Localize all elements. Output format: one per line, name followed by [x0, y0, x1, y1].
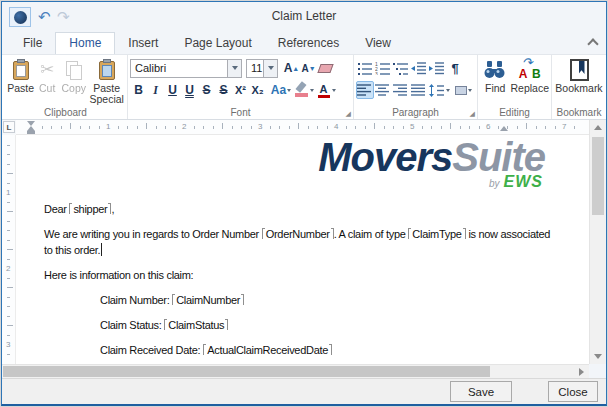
double-strikethrough-button[interactable]: S: [215, 81, 232, 99]
numbering-button[interactable]: 123: [374, 59, 392, 77]
document-paragraph[interactable]: Claim Number: ClaimNumber: [44, 292, 589, 308]
align-left-button[interactable]: [356, 81, 374, 99]
font-dialog-launcher[interactable]: ◢: [346, 110, 351, 117]
ruler-tick: [194, 126, 195, 129]
save-button[interactable]: Save: [450, 381, 512, 402]
font-color-button[interactable]: A: [315, 81, 337, 99]
tab-insert[interactable]: Insert: [115, 33, 171, 54]
indent-marker[interactable]: [27, 131, 35, 134]
italic-button[interactable]: I: [147, 81, 164, 99]
ruler-tick: [7, 173, 13, 174]
decrease-indent-button[interactable]: [410, 59, 428, 77]
vertical-scroll-thumb[interactable]: [592, 137, 604, 215]
find-button[interactable]: Find: [480, 57, 510, 105]
font-name-dropdown-icon[interactable]: [227, 60, 241, 77]
ruler-tick: [7, 230, 10, 231]
underline-button[interactable]: U: [164, 81, 181, 99]
text-caret: [101, 243, 102, 256]
horizontal-scrollbar[interactable]: [2, 364, 589, 378]
shrink-font-button[interactable]: A▼: [300, 59, 317, 77]
ruler-tick: [7, 240, 10, 241]
logo-movers-text: Movers: [318, 135, 452, 179]
tab-stop-selector[interactable]: L: [3, 121, 15, 133]
font-color-icon: A: [317, 82, 331, 98]
document-paragraph[interactable]: Claim Received Date: ActualClaimReceived…: [44, 342, 589, 358]
tab-home[interactable]: Home: [55, 32, 115, 54]
find-label: Find: [485, 83, 505, 94]
scroll-right-button[interactable]: [574, 365, 589, 378]
line-spacing-button[interactable]: [427, 81, 451, 99]
paste-button[interactable]: Paste: [6, 57, 35, 105]
ruler-tick: [270, 126, 271, 129]
merge-field-bracket: [225, 319, 228, 330]
font-size-dropdown-icon[interactable]: [263, 60, 277, 77]
change-case-button[interactable]: Aa: [269, 81, 293, 99]
merge-field[interactable]: shipper: [73, 203, 107, 215]
collapse-ribbon-button[interactable]: [588, 38, 598, 46]
bold-button[interactable]: B: [130, 81, 147, 99]
ruler-tick: [7, 297, 10, 298]
tab-page-layout[interactable]: Page Layout: [171, 33, 264, 54]
grow-font-button[interactable]: A▲: [283, 59, 300, 77]
merge-field[interactable]: ClaimNumber: [176, 294, 240, 306]
merge-field[interactable]: OrderNumber: [266, 228, 330, 240]
font-name-combo[interactable]: Calibri: [130, 59, 242, 78]
indent-marker[interactable]: [500, 126, 508, 131]
decrease-indent-icon: [411, 62, 427, 75]
ruler-tick: [213, 126, 214, 129]
logo-byline: byEWS: [16, 175, 589, 191]
highlight-color-button[interactable]: [293, 81, 315, 99]
superscript-button[interactable]: X²: [232, 81, 249, 99]
scroll-down-icon: [594, 354, 602, 359]
increase-indent-button[interactable]: [428, 59, 446, 77]
ruler-tick: [146, 123, 147, 129]
ribbon: Paste ✂ Cut Copy Paste Special Clipboard: [2, 54, 606, 120]
show-paragraph-marks-button[interactable]: ¶: [446, 59, 464, 77]
close-button[interactable]: Close: [548, 381, 598, 402]
align-right-icon: [393, 84, 408, 96]
paragraph-dialog-launcher[interactable]: ◢: [470, 110, 475, 117]
scroll-right-icon: [579, 368, 584, 376]
align-center-button[interactable]: [374, 81, 392, 99]
tab-view[interactable]: View: [352, 33, 404, 54]
document-paragraph[interactable]: Claim Status: ClaimStatus: [44, 317, 589, 333]
ruler-bar: L 1234567: [2, 120, 589, 135]
ruler-tick: [289, 126, 290, 129]
paste-special-button[interactable]: Paste Special: [88, 57, 125, 105]
tab-file[interactable]: File: [10, 33, 55, 54]
font-size-combo[interactable]: 11: [246, 59, 278, 78]
justify-button[interactable]: [410, 81, 428, 99]
ruler-tick: [469, 126, 470, 129]
document-paragraph[interactable]: Here is information on this claim:: [44, 267, 589, 283]
subscript-button[interactable]: X₂: [249, 81, 266, 99]
clear-formatting-button[interactable]: [317, 59, 334, 77]
justify-icon: [411, 84, 426, 96]
double-underline-button[interactable]: U: [181, 81, 198, 99]
ruler-tick: [365, 126, 366, 129]
merge-field[interactable]: ActualClaimReceivedDate: [207, 344, 328, 356]
replace-button[interactable]: ↷A B Replace: [510, 57, 549, 105]
document-paragraph[interactable]: We are writing you in regards to Order N…: [44, 226, 589, 258]
strikethrough-button[interactable]: S: [198, 81, 215, 99]
merge-field[interactable]: ClaimType: [412, 228, 461, 240]
merge-field-bracket: [69, 203, 72, 214]
highlight-icon: [295, 82, 309, 98]
tab-references[interactable]: References: [265, 33, 352, 54]
vertical-scrollbar[interactable]: [589, 120, 606, 364]
ruler-tick: [545, 126, 546, 129]
align-right-button[interactable]: [392, 81, 410, 99]
multilevel-list-button[interactable]: [392, 59, 410, 77]
horizontal-scroll-thumb[interactable]: [3, 366, 490, 377]
ruler-tick: [7, 316, 10, 317]
scroll-up-button[interactable]: [590, 120, 606, 135]
merge-field[interactable]: ClaimStatus: [168, 319, 224, 331]
scroll-down-button[interactable]: [590, 349, 606, 364]
ruler-tick: [317, 126, 318, 129]
bullets-button[interactable]: [356, 59, 374, 77]
ruler-tick: [42, 126, 43, 129]
bookmark-button[interactable]: Bookmark: [554, 57, 604, 105]
footer-bar: Save Close: [2, 378, 606, 404]
document-edit-area[interactable]: MoversSuite byEWS Dear shipper,We are wr…: [16, 135, 589, 364]
document-paragraph[interactable]: Dear shipper,: [44, 201, 589, 217]
shading-button[interactable]: [451, 81, 475, 99]
